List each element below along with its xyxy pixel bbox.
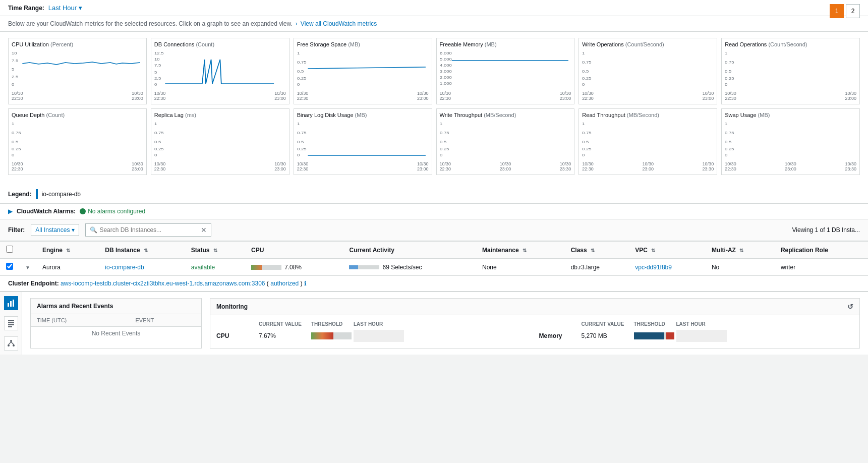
svg-point-69 — [10, 340, 12, 342]
maintenance-header[interactable]: Maintenance ⇅ — [476, 242, 565, 259]
all-instances-dropdown[interactable]: All Instances ▾ — [31, 224, 79, 236]
chart-binlog-title: Binary Log Disk Usage (MB) — [297, 112, 429, 118]
memory-metric-value: 5,270 MB — [582, 332, 632, 339]
chart-queue-depth[interactable]: Queue Depth (Count) 1 0.75 0.5 0.25 0 10… — [8, 108, 147, 175]
svg-text:10: 10 — [154, 57, 160, 62]
svg-text:0.5: 0.5 — [297, 69, 304, 74]
class-header[interactable]: Class ⇅ — [565, 242, 629, 259]
row-expand-button[interactable]: ▼ — [25, 265, 30, 270]
svg-text:10: 10 — [12, 51, 17, 55]
svg-text:1: 1 — [297, 122, 300, 126]
cluster-endpoint-link[interactable]: aws-iocomp-testdb.cluster-cix2zti3tbhx.e… — [61, 280, 265, 287]
monitoring-left: CURRENT VALUE THRESHOLD LAST HOUR CPU 7.… — [216, 321, 531, 342]
page-2-button[interactable]: 2 — [846, 4, 860, 18]
vpc-header[interactable]: VPC ⇅ — [629, 242, 706, 259]
svg-line-72 — [9, 342, 11, 344]
chart-write-throughput[interactable]: Write Throughput (MB/Second) 1 0.75 0.5 … — [436, 108, 575, 175]
legend-color-swatch — [36, 189, 38, 199]
db-instance-header[interactable]: DB Instance ⇅ — [99, 242, 185, 259]
svg-text:0: 0 — [12, 153, 14, 157]
chart-replica-lag[interactable]: Replica Lag (ms) 1 0.75 0.5 0.25 0 10/30… — [151, 108, 290, 175]
select-all-header[interactable] — [0, 242, 19, 259]
row-class: db.r3.large — [565, 259, 629, 276]
chevron-down-icon: ▾ — [72, 226, 75, 234]
svg-text:0: 0 — [297, 153, 300, 157]
svg-rect-63 — [10, 301, 12, 307]
svg-text:0.25: 0.25 — [582, 147, 592, 151]
chart-write-ops[interactable]: Write Operations (Count/Second) 1 0.75 0… — [578, 38, 717, 104]
chart-read-ops[interactable]: Read Operations (Count/Second) 1 0.75 0.… — [721, 38, 860, 104]
chart-read-throughput[interactable]: Read Throughput (MB/Second) 1 0.75 0.5 0… — [578, 108, 717, 175]
chart-swap-usage[interactable]: Swap Usage (MB) 1 0.75 0.5 0.25 0 10/302… — [721, 108, 860, 175]
svg-text:0.25: 0.25 — [582, 76, 592, 81]
chart-storage-title: Free Storage Space (MB) — [297, 41, 429, 47]
metric-col-threshold-left: THRESHOLD — [311, 321, 352, 327]
alarms-time-header: TIME (UTC) — [31, 314, 130, 327]
row-expand-cell[interactable]: ▼ — [19, 259, 36, 276]
multi-az-header[interactable]: Multi-AZ ⇅ — [706, 242, 775, 259]
memory-last-hour-mini-chart — [676, 330, 727, 342]
svg-text:0: 0 — [725, 153, 727, 157]
svg-text:0.5: 0.5 — [582, 140, 589, 144]
chart-storage-labels: 10/3022:30 10/3023:00 — [297, 91, 429, 101]
chart-db-connections[interactable]: DB Connections (Count) 12.5 10 7.5 5 2.5… — [151, 38, 290, 104]
status-header[interactable]: Status ⇅ — [185, 242, 245, 259]
monitoring-body: CURRENT VALUE THRESHOLD LAST HOUR CPU 7.… — [210, 315, 859, 348]
chart-freeable-memory[interactable]: Freeable Memory (MB) 6,000 5,000 4,000 3… — [436, 38, 575, 104]
row-replication-role: writer — [775, 259, 868, 276]
chart-cpu-utilization[interactable]: CPU Utilization (Percent) 10 7.5 5 2.5 0… — [8, 38, 147, 104]
engine-header[interactable]: Engine ⇅ — [36, 242, 99, 259]
cpu-last-hour-mini-chart — [354, 330, 404, 342]
monitoring-right: CURRENT VALUE THRESHOLD LAST HOUR Memory… — [539, 321, 854, 342]
cpu-metric-name: CPU — [216, 332, 257, 339]
chart-binlog-area: 1 0.75 0.5 0.25 0 — [297, 120, 429, 160]
legend-label-text: Legend: — [8, 191, 32, 198]
sidebar-icon-logs[interactable] — [4, 316, 18, 330]
row-db-instance[interactable]: io-compare-db — [99, 259, 185, 276]
sidebar-icon-chart[interactable] — [4, 296, 18, 310]
alarms-toggle-icon[interactable]: ▶ — [8, 208, 13, 215]
svg-text:5,000: 5,000 — [440, 57, 452, 62]
info-icon[interactable]: ℹ — [304, 280, 307, 287]
metrics-section: CPU Utilization (Percent) 10 7.5 5 2.5 0… — [0, 32, 868, 185]
svg-point-71 — [13, 344, 15, 346]
view-all-metrics-link[interactable]: View all CloudWatch metrics — [301, 20, 377, 27]
alarms-event-header: EVENT — [130, 314, 202, 327]
chart-binary-log[interactable]: Binary Log Disk Usage (MB) 1 0.75 0.5 0.… — [294, 108, 432, 175]
row-checkbox-cell[interactable] — [0, 259, 19, 276]
svg-text:0.75: 0.75 — [582, 60, 592, 65]
viewing-count-text: Viewing 1 of 1 DB Insta... — [792, 226, 860, 234]
chart-cpu-area: 10 7.5 5 2.5 0 — [12, 49, 143, 90]
svg-text:0: 0 — [154, 82, 157, 87]
page-1-button[interactable]: 1 — [830, 4, 844, 18]
svg-text:7.5: 7.5 — [154, 63, 161, 68]
chart-queue-title: Queue Depth (Count) — [12, 112, 143, 118]
svg-text:0.5: 0.5 — [154, 140, 161, 144]
svg-text:0: 0 — [582, 82, 585, 87]
replication-role-header: Replication Role — [775, 242, 868, 259]
alarm-ok-icon — [80, 208, 86, 214]
memory-metric-name: Memory — [539, 332, 580, 339]
time-range-button[interactable]: Last Hour ▾ — [48, 4, 82, 12]
svg-text:1: 1 — [582, 122, 585, 126]
clear-search-button[interactable]: ✕ — [201, 226, 207, 234]
select-all-checkbox[interactable] — [6, 246, 13, 253]
detail-sidebar — [0, 292, 22, 355]
alarms-bar: ▶ CloudWatch Alarms: No alarms configure… — [0, 204, 868, 219]
chart-free-storage[interactable]: Free Storage Space (MB) 1 0.75 0.5 0.25 … — [294, 38, 432, 104]
chart-writeops-area: 1 0.75 0.5 0.25 0 — [582, 49, 714, 90]
refresh-icon[interactable]: ↺ — [847, 303, 853, 311]
sidebar-icon-topology[interactable] — [4, 336, 18, 351]
svg-text:2.5: 2.5 — [12, 75, 18, 79]
alarms-panel: Alarms and Recent Events TIME (UTC) EVEN… — [30, 298, 202, 349]
metric-col-current-left: CURRENT VALUE — [259, 321, 309, 327]
row-vpc[interactable]: vpc-dd91f8b9 — [629, 259, 706, 276]
description-text: Below are your CloudWatch metrics for th… — [8, 20, 293, 27]
search-input[interactable] — [99, 226, 199, 234]
svg-text:1: 1 — [582, 51, 585, 55]
metric-col-threshold-right: THRESHOLD — [634, 321, 674, 327]
chart-writetput-area: 1 0.75 0.5 0.25 0 — [440, 120, 571, 160]
metric-col-lasthour-right: LAST HOUR — [676, 321, 727, 327]
row-checkbox[interactable] — [6, 263, 13, 270]
svg-line-73 — [11, 342, 14, 344]
